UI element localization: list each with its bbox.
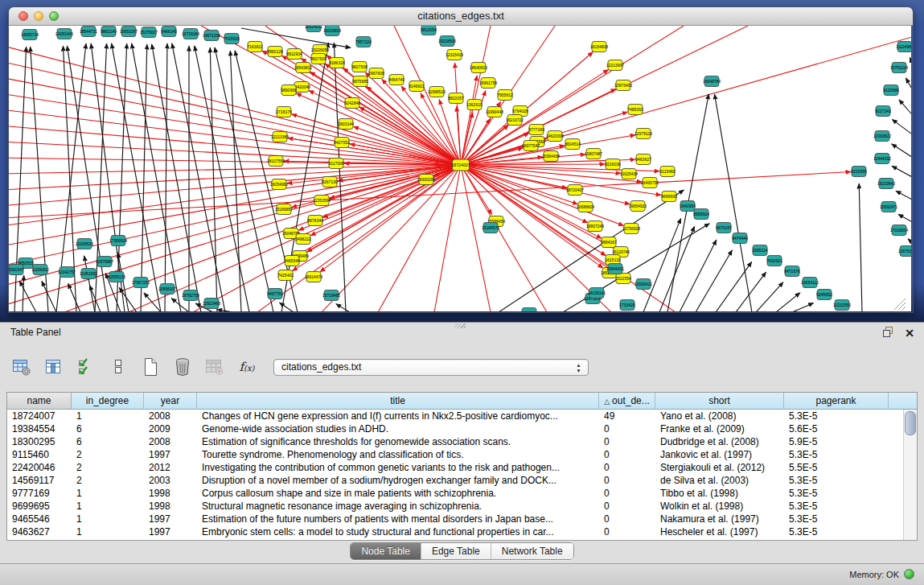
graph-node-label: 18300295 (417, 177, 435, 182)
graph-node-label: 10719184 (182, 31, 199, 36)
table-cell: Dudbridge et al. (2008) (655, 435, 784, 448)
table-cell: 5.3E-5 (784, 500, 889, 513)
table-cell: Jankovic et al. (1997) (655, 448, 784, 461)
table-cell: 18724007 (7, 410, 72, 422)
graph-node-label: 8427552 (334, 140, 350, 145)
table-cell: 9465546 (7, 513, 72, 525)
graph-node-label: 11451951 (80, 271, 97, 276)
network-window-title: citations_edges.txt (9, 7, 913, 25)
column-header-year[interactable]: year (144, 393, 197, 410)
tab-network-table[interactable]: Network Table (491, 543, 573, 559)
table-cell: Nakamura et al. (1997) (655, 513, 784, 525)
checkmarks-icon (78, 358, 94, 376)
table-row[interactable]: 911546021997Tourette syndrome. Phenomeno… (7, 448, 917, 461)
graph-node-label: 15718485 (322, 293, 340, 298)
network-canvas[interactable]: 7163822896012889129342322605898275051654… (9, 26, 911, 311)
table-cell: Wolkin et al. (1998) (655, 500, 784, 513)
citation-network-graph[interactable]: 7163822896012889129342322605898275051654… (9, 26, 911, 311)
close-panel-button[interactable]: ✕ (905, 328, 914, 339)
table-cell: 9777169 (7, 487, 72, 500)
table-panel-header: Table Panel ✕ (0, 323, 924, 340)
delete-table-button[interactable] (204, 356, 225, 377)
column-header-name[interactable]: name (7, 393, 72, 410)
graph-node-label: 20206526 (76, 241, 93, 246)
create-new-table-button[interactable] (140, 356, 161, 377)
graph-node-label: 9242848 (344, 101, 360, 105)
row-options-button[interactable] (108, 356, 129, 377)
table-cell: 2009 (144, 422, 197, 435)
table-row[interactable]: 946362711997Embryonic stem cells: a mode… (7, 525, 917, 538)
table-cell: Estimation of the future numbers of pati… (197, 513, 599, 525)
table-cell: 22420046 (7, 461, 72, 474)
graph-node-label: 9699695 (661, 194, 677, 199)
graph-node-label: 14671338 (203, 33, 220, 38)
graph-node-label: 9245652 (816, 292, 832, 297)
table-cell: 14569117 (7, 474, 72, 487)
table-row[interactable]: 977716911998Corpus callosum shape and si… (7, 487, 917, 500)
graph-node-label: 10653287 (120, 29, 138, 34)
float-panel-button[interactable] (882, 326, 893, 340)
graph-node-label: 8215955 (851, 169, 867, 174)
graph-node-label: 8216036 (605, 162, 621, 167)
graph-node-label: 16782759 (182, 293, 199, 298)
graph-node-label: 14136141 (588, 290, 606, 295)
function-builder-button[interactable]: f(x) (236, 356, 257, 377)
network-window-titlebar[interactable]: citations_edges.txt (9, 7, 913, 26)
graph-node-label: 3824514 (565, 142, 581, 146)
graph-node-label: 12325419 (446, 52, 463, 57)
graph-node-label: 2967608 (368, 71, 384, 76)
table-cell: Tourette syndrome. Phenomenology and cla… (197, 448, 599, 461)
graph-node-label: 1640954 (680, 204, 696, 208)
column-header-pagerank[interactable]: pagerank (784, 393, 889, 410)
table-cell: Estimation of significance thresholds fo… (197, 435, 599, 448)
table-vertical-scrollbar[interactable] (903, 410, 917, 540)
table-row[interactable]: 969969511998Structural magnetic resonanc… (7, 500, 917, 513)
show-column-button[interactable] (43, 356, 64, 377)
column-header-in_degree[interactable]: in_degree (72, 393, 144, 410)
table-row[interactable]: 1938455462009Genome-wide association stu… (7, 422, 917, 435)
tab-node-table[interactable]: Node Table (351, 543, 421, 559)
close-window-button[interactable] (18, 11, 28, 21)
graph-node-label: 7857224 (355, 39, 372, 44)
column-header-out_de[interactable]: △out_de... (599, 393, 655, 410)
graph-node-label: 9827505 (310, 56, 326, 61)
table-cell: 2 (72, 461, 144, 474)
show-column-icon (44, 358, 64, 376)
table-row[interactable]: 1830029562008Estimation of significance … (7, 435, 917, 448)
table-cell: 0 (599, 500, 655, 513)
node-table: namein_degreeyeartitle△out_de...shortpag… (6, 392, 918, 541)
graph-node-label: 9890966 (281, 88, 297, 93)
window-resize-grip[interactable] (894, 299, 906, 310)
select-columns-button[interactable] (76, 356, 97, 377)
graph-node-label: 7632621 (766, 258, 782, 263)
table-cell: 0 (599, 422, 655, 435)
table-row[interactable]: 2242004622012Investigating the contribut… (7, 461, 917, 474)
column-header-title[interactable]: title (197, 393, 599, 410)
column-header-short[interactable]: short (655, 393, 784, 410)
graph-node-label: 16495756 (641, 180, 659, 185)
minimize-window-button[interactable] (34, 11, 43, 21)
delete-column-button[interactable] (172, 356, 193, 377)
table-cell: 0 (599, 461, 655, 474)
table-row[interactable]: 1872400712008Changes of HCN gene express… (7, 410, 917, 422)
graph-node-label: 16210643 (877, 181, 895, 186)
zoom-window-button[interactable] (49, 11, 59, 21)
graph-node-label: 8960128 (267, 49, 283, 54)
tab-edge-table[interactable]: Edge Table (421, 543, 491, 559)
table-row[interactable]: 946554611997Estimation of the future num… (7, 513, 917, 525)
graph-node-label: 12042757 (58, 270, 76, 274)
graph-node-label: 12213997 (606, 63, 624, 68)
graph-node-label: 9463627 (635, 157, 651, 162)
column-header-filler (889, 393, 917, 410)
memory-status-indicator-icon[interactable] (904, 569, 914, 579)
network-table-selector[interactable]: citations_edges.txt ▲▼ (273, 359, 589, 376)
scrollbar-thumb[interactable] (905, 411, 916, 435)
table-cell: Investigating the contribution of common… (197, 461, 599, 474)
table-panel-title: Table Panel (10, 323, 61, 342)
graph-node-label: 16033809 (323, 28, 341, 33)
graph-node-label: 16054982 (270, 182, 288, 187)
table-cell: 5.3E-5 (784, 487, 889, 500)
table-cell: 2 (72, 448, 144, 461)
table-row[interactable]: 1456911722003Disruption of a novel membe… (7, 474, 917, 487)
table-settings-button[interactable] (11, 356, 32, 377)
